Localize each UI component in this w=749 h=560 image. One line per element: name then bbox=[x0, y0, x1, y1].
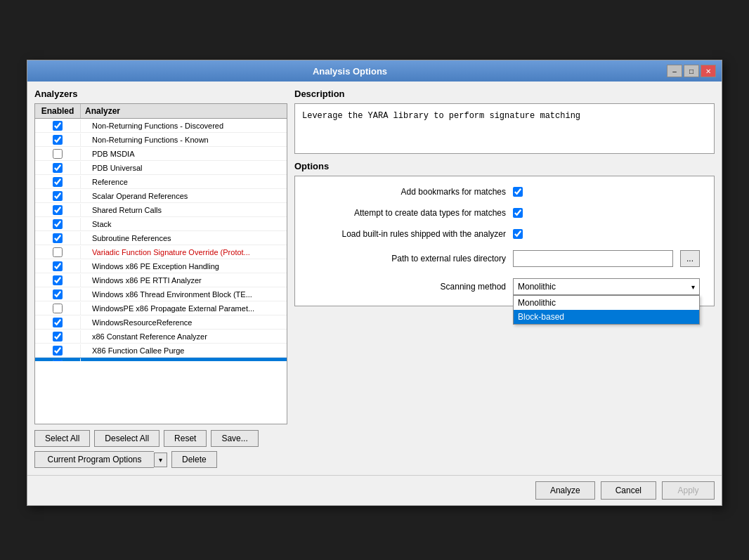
option-row-scanning: Scanning method Monolithic ▾ Monolithic bbox=[309, 278, 700, 295]
analyzer-checkbox[interactable] bbox=[53, 149, 63, 159]
checkbox-cell bbox=[35, 232, 81, 245]
dropdown-item-blockbased[interactable]: Block-based bbox=[514, 310, 699, 324]
checkbox-cell bbox=[35, 119, 81, 132]
table-row[interactable]: Windows x86 PE RTTI Analyzer bbox=[35, 273, 287, 287]
checkbox-cell bbox=[35, 218, 81, 230]
delete-button[interactable]: Delete bbox=[171, 451, 217, 468]
table-row[interactable]: PDB MSDIA bbox=[35, 147, 287, 161]
bookmarks-label: Add bookmarks for matches bbox=[309, 187, 506, 197]
analyzer-checkbox[interactable] bbox=[53, 275, 63, 285]
analyzer-checkbox[interactable] bbox=[53, 304, 63, 313]
analyzer-list: Non-Returning Functions - Discovered Non… bbox=[35, 119, 287, 361]
table-row[interactable]: PDB Universal bbox=[35, 161, 287, 175]
analyzer-name: Reference bbox=[89, 176, 287, 188]
bookmarks-checkbox[interactable] bbox=[513, 187, 523, 197]
description-box: Leverage the YARA library to perform sig… bbox=[294, 103, 715, 154]
table-row[interactable]: * YARA Analyzer bbox=[35, 358, 287, 361]
analyzer-name: X86 Function Callee Purge bbox=[89, 345, 287, 356]
analyzer-name: WindowsResourceReference bbox=[89, 317, 287, 328]
analyzer-checkbox[interactable] bbox=[53, 135, 63, 145]
analyzer-checkbox[interactable] bbox=[53, 318, 63, 327]
options-section-wrapper: Options Add bookmarks for matches bbox=[294, 161, 715, 306]
analyzer-checkbox[interactable] bbox=[53, 177, 63, 187]
analyzer-checkbox[interactable] bbox=[53, 191, 63, 201]
table-row[interactable]: X86 Function Callee Purge bbox=[35, 344, 287, 358]
checkbox-cell bbox=[35, 344, 81, 357]
analyzer-checkbox[interactable] bbox=[53, 360, 63, 362]
table-row[interactable]: Shared Return Calls bbox=[35, 203, 287, 217]
analyzer-checkbox[interactable] bbox=[53, 121, 63, 131]
analyzer-name: YARA Analyzer bbox=[89, 359, 287, 362]
current-program-options-button[interactable]: Current Program Options bbox=[34, 451, 154, 468]
checkbox-cell bbox=[35, 260, 81, 273]
analyzer-name: x86 Constant Reference Analyzer bbox=[89, 331, 287, 342]
minimize-button[interactable]: – bbox=[667, 65, 682, 77]
analyzer-name: Windows x86 PE Exception Handling bbox=[89, 261, 287, 272]
program-options-dropdown-group: Current Program Options ▾ bbox=[34, 451, 167, 468]
checkbox-cell bbox=[35, 274, 81, 287]
table-row[interactable]: Scalar Operand References bbox=[35, 189, 287, 203]
col-analyzer-header: Analyzer bbox=[81, 104, 287, 118]
titlebar-buttons: – □ ✕ bbox=[667, 65, 716, 77]
analyze-button[interactable]: Analyze bbox=[535, 481, 595, 500]
maximize-button[interactable]: □ bbox=[684, 65, 699, 77]
table-row[interactable]: WindowsPE x86 Propagate External Paramet… bbox=[35, 301, 287, 315]
program-options-dropdown-arrow[interactable]: ▾ bbox=[154, 452, 167, 467]
table-row[interactable]: Windows x86 Thread Environment Block (TE… bbox=[35, 287, 287, 301]
builtin-checkbox[interactable] bbox=[513, 229, 523, 239]
close-button[interactable]: ✕ bbox=[701, 65, 716, 77]
path-input[interactable] bbox=[513, 250, 673, 267]
scanning-method-dropdown[interactable]: Monolithic ▾ bbox=[513, 278, 700, 295]
scanning-dropdown-open: Monolithic Block-based bbox=[513, 295, 700, 325]
checkbox-cell bbox=[35, 190, 81, 202]
scanning-label: Scanning method bbox=[309, 282, 506, 292]
table-row[interactable]: x86 Constant Reference Analyzer bbox=[35, 330, 287, 344]
save-button[interactable]: Save... bbox=[211, 430, 258, 447]
reset-button[interactable]: Reset bbox=[164, 430, 207, 447]
analyzer-table: Enabled Analyzer Non-Returning Functions… bbox=[34, 103, 287, 424]
description-section: Description Leverage the YARA library to… bbox=[294, 89, 715, 154]
table-row[interactable]: Non-Returning Functions - Discovered bbox=[35, 119, 287, 133]
options-title: Options bbox=[294, 161, 715, 171]
datatypes-label: Attempt to create data types for matches bbox=[309, 208, 506, 218]
analyzer-checkbox[interactable] bbox=[53, 219, 63, 229]
analyzer-checkbox[interactable] bbox=[53, 163, 63, 173]
scanning-selected-value: Monolithic bbox=[518, 282, 556, 292]
browse-button[interactable]: ... bbox=[680, 250, 700, 267]
analyzers-panel: Analyzers Enabled Analyzer bbox=[34, 89, 287, 468]
analyzer-checkbox[interactable] bbox=[53, 332, 63, 341]
dialog-titlebar: Analysis Options – □ ✕ bbox=[27, 60, 722, 82]
description-title: Description bbox=[294, 89, 715, 99]
table-row[interactable]: Non-Returning Functions - Known bbox=[35, 133, 287, 147]
table-header: Enabled Analyzer bbox=[35, 104, 287, 119]
scanning-dropdown-arrow: ▾ bbox=[691, 283, 695, 291]
dropdown-item-monolithic[interactable]: Monolithic bbox=[514, 296, 699, 310]
deselect-all-button[interactable]: Deselect All bbox=[94, 430, 159, 447]
table-row[interactable]: Variadic Function Signature Override (Pr… bbox=[35, 245, 287, 259]
dialog-title: Analysis Options bbox=[33, 66, 667, 77]
select-all-button[interactable]: Select All bbox=[34, 430, 90, 447]
analyzers-title: Analyzers bbox=[34, 89, 287, 99]
analyzer-checkbox[interactable] bbox=[53, 289, 63, 299]
table-row[interactable]: WindowsResourceReference bbox=[35, 315, 287, 330]
modal-overlay: Analysis Options – □ ✕ Analyzers Enabled… bbox=[0, 0, 749, 560]
analyzer-checkbox[interactable] bbox=[53, 261, 63, 271]
checkbox-cell bbox=[35, 246, 81, 259]
analyzer-checkbox[interactable] bbox=[53, 346, 63, 356]
table-row[interactable]: Reference bbox=[35, 175, 287, 189]
checkbox-cell bbox=[35, 204, 81, 216]
checkbox-cell bbox=[35, 358, 81, 362]
table-row[interactable]: Subroutine References bbox=[35, 231, 287, 245]
datatypes-checkbox[interactable] bbox=[513, 208, 523, 218]
checkbox-cell bbox=[35, 330, 81, 343]
table-row[interactable]: Windows x86 PE Exception Handling bbox=[35, 259, 287, 273]
analyzer-checkbox[interactable] bbox=[53, 233, 63, 243]
apply-button[interactable]: Apply bbox=[662, 481, 715, 500]
analyzer-checkbox[interactable] bbox=[53, 205, 63, 215]
table-row[interactable]: Stack bbox=[35, 217, 287, 231]
dialog-body: Analyzers Enabled Analyzer bbox=[27, 82, 722, 475]
checkbox-cell bbox=[35, 316, 81, 329]
checkbox-cell bbox=[35, 302, 81, 315]
cancel-button[interactable]: Cancel bbox=[601, 481, 656, 500]
analyzer-checkbox[interactable] bbox=[53, 247, 63, 257]
